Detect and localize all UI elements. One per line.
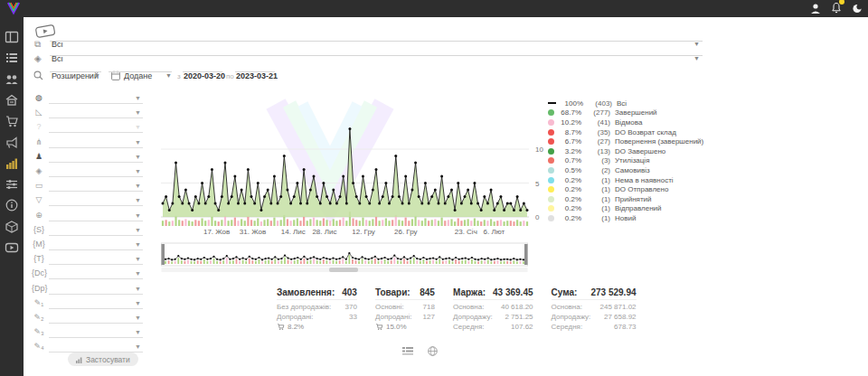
custom-field-3-filter[interactable]: ✎₃▼ (27, 327, 143, 341)
source-filter-underline[interactable] (50, 41, 703, 42)
apply-button[interactable]: Застосувати (68, 352, 138, 366)
country-filter[interactable]: ◍▼ (27, 93, 143, 107)
product-filter[interactable]: ◈▼ (27, 166, 143, 180)
status-s-filter-underline[interactable] (49, 235, 143, 236)
payment-filter-underline[interactable] (49, 191, 143, 192)
status-m-filter-underline[interactable] (49, 249, 143, 250)
sidebar-item-customers[interactable] (5, 72, 19, 87)
sidebar-item-dashboard[interactable] (5, 30, 19, 44)
legend-item[interactable]: 0.2%(1)Прийнятий (548, 194, 711, 204)
chevron-down-icon[interactable]: ▼ (693, 55, 700, 61)
structure-filter-underline[interactable] (49, 147, 143, 148)
country-filter-underline[interactable] (49, 103, 143, 104)
notifications-button[interactable] (831, 1, 842, 17)
structure-filter[interactable]: ⋔▼ (27, 137, 143, 151)
sidebar-item-analytics[interactable] (5, 156, 19, 171)
brush-handle-right[interactable] (524, 244, 528, 265)
website-filter[interactable]: ⊕▼ (27, 211, 143, 224)
status-dp-filter-underline[interactable] (49, 294, 143, 295)
chevron-down-icon[interactable]: ▼ (135, 183, 141, 189)
source-chart-filter[interactable]: ◺▼ (27, 108, 143, 121)
legend-item[interactable]: 8.7%(35)DO Возврат склад (548, 127, 711, 137)
chevron-down-icon[interactable]: ▼ (135, 329, 141, 335)
sidebar-item-settings-sliders[interactable] (5, 177, 19, 192)
legend-item[interactable]: 0.5%(2)Самовивіз (548, 165, 711, 175)
chevron-down-icon[interactable]: ▼ (135, 139, 141, 146)
chevron-down-icon[interactable]: ▼ (135, 109, 141, 116)
sidebar-item-video[interactable] (5, 240, 19, 255)
user-icon[interactable] (810, 3, 821, 14)
legend-item[interactable]: 0.2%(1)Відправлений (548, 204, 711, 214)
sidebar-item-marketing[interactable] (5, 136, 19, 150)
legend-item[interactable]: 0.2%(1)DO Отправлено (548, 184, 711, 194)
help-filter[interactable]: ?▼ (27, 122, 143, 136)
chevron-down-icon[interactable]: ▼ (135, 154, 141, 160)
status-m-filter[interactable]: {M}▼ (27, 240, 143, 253)
project-tag-icon[interactable] (33, 22, 57, 40)
app-logo-icon[interactable] (6, 1, 21, 15)
legend-item[interactable]: 3.2%(13)DO Завершено (548, 146, 711, 156)
sidebar-item-products-box[interactable] (5, 220, 19, 234)
chevron-down-icon[interactable]: ▼ (135, 168, 141, 174)
legend-item[interactable]: 100%(403)Всі (548, 99, 711, 108)
list-view-icon[interactable] (402, 346, 413, 355)
manager-filter-underline[interactable] (49, 162, 143, 163)
sidebar-item-store[interactable] (5, 93, 19, 108)
chevron-down-icon[interactable]: ▼ (135, 286, 141, 292)
source-chart-filter-underline[interactable] (49, 118, 143, 118)
status-t-filter[interactable]: {T}▼ (27, 254, 143, 268)
brush-scrollbar-thumb[interactable] (329, 268, 358, 272)
sidebar-item-cart[interactable] (5, 114, 19, 128)
chevron-down-icon[interactable]: ▼ (135, 197, 141, 203)
legend-item[interactable]: 0.2%(1)Новий (548, 213, 711, 223)
chevron-down-icon[interactable]: ▼ (135, 315, 141, 321)
chevron-down-icon[interactable]: ▼ (94, 72, 100, 79)
custom-field-1-filter-underline[interactable] (49, 308, 143, 309)
funnel-filter-underline[interactable] (49, 205, 143, 206)
chevron-down-icon[interactable]: ▼ (693, 41, 700, 47)
legend-item[interactable]: 68.7%(277)Завершений (548, 108, 711, 118)
product-filter-underline[interactable] (50, 55, 703, 56)
chevron-down-icon[interactable]: ▼ (135, 95, 141, 101)
status-s-filter[interactable]: {S}▼ (27, 225, 143, 239)
status-dp-filter[interactable]: {Dp}▼ (27, 284, 143, 297)
custom-field-1-filter[interactable]: ✎₁▼ (27, 298, 143, 312)
status-t-filter-underline[interactable] (49, 264, 143, 265)
payment-filter[interactable]: ▭▼ (27, 181, 143, 194)
website-filter-underline[interactable] (49, 221, 143, 221)
custom-field-3-filter-underline[interactable] (49, 337, 143, 338)
custom-field-2-filter[interactable]: ✎₂▼ (27, 313, 143, 326)
chevron-down-icon[interactable]: ▼ (135, 241, 141, 248)
status-dc-filter[interactable]: {Dc}▼ (27, 268, 143, 282)
chevron-down-icon[interactable]: ▼ (135, 256, 141, 262)
status-dc-filter-underline[interactable] (49, 278, 143, 279)
funnel-filter[interactable]: ▽▼ (27, 195, 143, 209)
chevron-down-icon[interactable]: ▼ (135, 212, 141, 219)
chevron-down-icon[interactable]: ▼ (135, 270, 141, 277)
legend-item[interactable]: 6.7%(27)Повернення (завершений) (548, 136, 711, 146)
chevron-down-icon[interactable]: ▼ (135, 343, 141, 350)
search-mode-select[interactable]: Розширений (52, 71, 99, 80)
custom-field-2-filter-underline[interactable] (49, 323, 143, 324)
chevron-down-icon[interactable]: ▼ (135, 124, 141, 130)
brush-handle-left[interactable] (162, 244, 165, 265)
chevron-down-icon[interactable]: ▼ (135, 300, 141, 306)
legend-item[interactable]: 0.2%(1)Нема в наявності (548, 175, 711, 185)
legend-item[interactable]: 0.7%(3)Утилізація (548, 156, 711, 166)
date-from-input[interactable]: 2020-03-20 (184, 71, 225, 80)
sidebar-item-orders-list[interactable] (5, 51, 19, 65)
chevron-down-icon[interactable]: ▼ (165, 72, 172, 79)
product-filter-underline[interactable] (49, 176, 143, 177)
date-to-input[interactable]: 2023-03-21 (236, 71, 278, 80)
search-mode-underline (50, 71, 101, 72)
manager-filter[interactable]: ♟▼ (27, 152, 143, 165)
legend-item[interactable]: 10.2%(41)Відмова (548, 118, 711, 127)
range-brush[interactable] (161, 242, 530, 273)
status-dp-filter-icon: {Dp} (32, 284, 46, 293)
chevron-down-icon[interactable]: ▼ (135, 227, 141, 233)
date-field-select[interactable]: Додане (124, 71, 152, 80)
moon-icon[interactable] (852, 3, 863, 14)
globe-icon[interactable] (428, 346, 438, 356)
sidebar-item-info[interactable] (5, 198, 19, 212)
help-filter-underline[interactable] (49, 132, 143, 133)
